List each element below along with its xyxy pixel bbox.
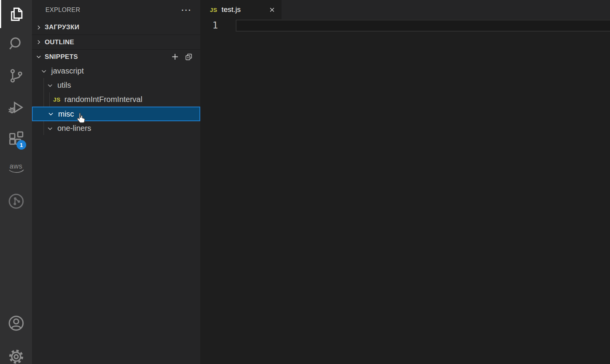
aws-logo-icon: aws (7, 163, 25, 175)
tree-item-javascript[interactable]: javascript (32, 64, 200, 78)
files-icon (8, 6, 25, 23)
activity-item-run-debug[interactable] (0, 95, 32, 120)
debug-play-bug-icon (7, 99, 25, 116)
snippets-actions (171, 53, 193, 61)
editor-pane[interactable]: 1 (200, 19, 610, 364)
snippets-tree: javascript utils JS randomIntFromInterva… (32, 64, 200, 135)
new-snippet-button[interactable] (171, 53, 179, 60)
activity-item-explorer[interactable] (0, 0, 32, 28)
extensions-badge: 1 (17, 140, 26, 150)
sidebar-title: EXPLORER (45, 7, 80, 13)
tab-bar: JS test.js (200, 0, 610, 19)
chevron-down-icon (47, 110, 54, 117)
sidebar-explorer: EXPLORER ··· ЗАГРУЗКИ OUTLINE SNIPPETS (32, 0, 200, 364)
editor-group: JS test.js 1 (200, 0, 610, 364)
tab-close-button[interactable] (268, 5, 276, 14)
activity-item-search[interactable] (0, 32, 32, 57)
activity-item-extensions[interactable]: 1 (0, 126, 32, 152)
activity-bar: 1 aws (0, 0, 32, 364)
chevron-down-icon (40, 68, 47, 75)
js-file-icon: JS (53, 96, 60, 103)
activity-item-graph-extension[interactable] (0, 189, 32, 214)
account-person-icon (7, 314, 25, 332)
line-number: 1 (200, 19, 236, 32)
activity-item-aws[interactable]: aws (0, 156, 32, 182)
close-icon (269, 7, 275, 13)
gear-icon (7, 348, 25, 364)
activity-item-source-control[interactable] (0, 63, 32, 88)
current-line-highlight (236, 20, 610, 32)
git-branch-icon (8, 67, 25, 84)
tree-item-one-liners[interactable]: one-liners (32, 121, 200, 135)
chevron-down-icon (35, 53, 42, 60)
collapse-all-icon (185, 53, 193, 61)
chevron-right-icon (35, 24, 42, 31)
search-icon (8, 36, 25, 53)
vscode-window: 1 aws (0, 0, 610, 364)
section-header-outline[interactable]: OUTLINE (32, 35, 200, 49)
activity-item-accounts[interactable] (0, 312, 32, 335)
plus-icon (171, 53, 179, 60)
chevron-right-icon (35, 39, 42, 45)
js-file-icon: JS (210, 7, 217, 13)
chevron-down-icon (47, 82, 54, 89)
line-number-gutter: 1 (200, 19, 236, 32)
chevron-down-icon (47, 125, 54, 132)
sidebar-title-row: EXPLORER ··· (32, 0, 200, 20)
tree-item-misc[interactable]: misc (32, 107, 200, 121)
tree-item-utils[interactable]: utils (32, 78, 200, 92)
collapse-all-button[interactable] (185, 53, 193, 61)
section-header-downloads[interactable]: ЗАГРУЗКИ (32, 20, 200, 35)
aws-smile-icon (7, 169, 25, 175)
more-actions-button[interactable]: ··· (181, 8, 192, 12)
activity-item-settings[interactable] (0, 344, 32, 364)
tab-testjs[interactable]: JS test.js (200, 0, 282, 19)
section-header-snippets[interactable]: SNIPPETS (32, 49, 200, 64)
circle-fork-icon (7, 192, 25, 210)
tree-item-randomintfrominterval[interactable]: JS randomIntFromInterval (32, 92, 200, 107)
